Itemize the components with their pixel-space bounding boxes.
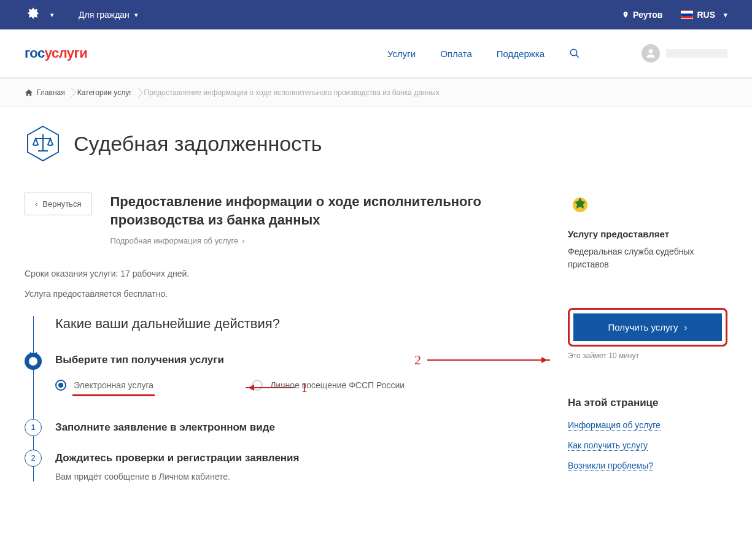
radio-electronic-label: Электронная услуга	[74, 380, 153, 390]
svg-point-2	[649, 49, 653, 53]
chevron-right-icon: ›	[684, 322, 688, 332]
service-title: Предоставление информации о ходе исполни…	[110, 193, 543, 229]
location-label: Реутов	[633, 10, 662, 20]
audience-label: Для граждан	[79, 10, 130, 20]
step-wait-sub: Вам придёт сообщение в Личном кабинете.	[55, 472, 543, 481]
category-hexagon-icon	[25, 125, 61, 162]
cta-label: Получить услугу	[608, 322, 678, 332]
svg-line-1	[576, 55, 579, 58]
service-terms: Сроки оказания услуги: 17 рабочих дней.	[25, 264, 543, 283]
location-pin-icon	[622, 10, 629, 20]
breadcrumb: Главная Категории услуг Предоставление и…	[0, 79, 752, 107]
audience-dropdown[interactable]: Для граждан ▾	[79, 10, 138, 20]
back-button-label: Вернуться	[42, 199, 81, 209]
chevron-down-icon: ▾	[50, 11, 54, 19]
radio-selected-icon	[55, 380, 66, 391]
page-header: Судебная задолженность	[25, 125, 727, 162]
flag-ru-icon	[681, 10, 693, 19]
logo-part-uslugi: услуги	[45, 45, 88, 61]
radio-visit-label: Личное посещение ФССП России	[270, 380, 405, 390]
service-cost: Услуга предоставляется бесплатно.	[25, 284, 543, 304]
top-bar: ▾ Для граждан ▾ Реутов RUS ▾	[0, 0, 752, 29]
nav-link-support[interactable]: Поддержка	[497, 48, 545, 59]
radio-electronic-service[interactable]: Электронная услуга	[55, 380, 153, 391]
step-fill-application: Заполните заявление в электронном виде	[55, 421, 543, 434]
nav-link-payment[interactable]: Оплата	[440, 48, 472, 59]
nav-link-services[interactable]: Услуги	[387, 48, 416, 59]
chevron-left-icon: ‹	[35, 199, 37, 209]
site-logo[interactable]: госуслуги	[25, 45, 87, 61]
annotation-box-2: Получить услугу ›	[568, 308, 727, 347]
step-choose-type: Выберите тип получения услуги	[55, 354, 543, 366]
back-button[interactable]: ‹ Вернуться	[25, 193, 91, 215]
provider-name: Федеральная служба судебных приставов	[568, 245, 727, 271]
chevron-down-icon: ▾	[134, 11, 138, 19]
anchor-link-info[interactable]: Информация об услуге	[568, 420, 661, 431]
language-label: RUS	[697, 10, 715, 20]
language-selector[interactable]: RUS ▾	[681, 10, 727, 20]
radio-unselected-icon	[252, 380, 263, 391]
anchor-link-problems[interactable]: Возникли проблемы?	[568, 461, 653, 471]
radio-in-person-visit[interactable]: Личное посещение ФССП России	[252, 380, 405, 391]
breadcrumb-home[interactable]: Главная	[25, 88, 77, 97]
gov-emblem-dropdown[interactable]: ▾	[25, 6, 54, 23]
user-menu[interactable]	[642, 44, 727, 63]
page-title: Судебная задолженность	[74, 132, 322, 156]
emblem-icon	[25, 6, 42, 23]
steps-timeline: Какие ваши дальнейшие действия? Выберите…	[25, 316, 543, 481]
chevron-right-icon: ›	[242, 236, 244, 245]
service-meta: Сроки оказания услуги: 17 рабочих дней. …	[25, 264, 543, 303]
breadcrumb-home-label: Главная	[37, 88, 65, 97]
provider-heading: Услугу предоставляет	[568, 229, 727, 239]
avatar-icon	[642, 44, 660, 63]
breadcrumb-current: Предоставление информации о ходе исполни…	[144, 88, 452, 97]
chevron-down-icon: ▾	[724, 11, 727, 19]
breadcrumb-categories-label: Категории услуг	[77, 88, 132, 97]
anchor-link-howto[interactable]: Как получить услугу	[568, 440, 648, 451]
logo-part-gos: гос	[25, 45, 45, 61]
user-name-redacted	[666, 49, 727, 58]
search-icon[interactable]	[569, 48, 580, 59]
svg-point-0	[570, 49, 577, 56]
timeline-bullet-1: 1	[25, 419, 42, 436]
step-wait-verification: Дождитесь проверки и регистрации заявлен…	[55, 452, 543, 464]
timeline-bullet-2: 2	[25, 450, 42, 467]
service-details-link[interactable]: Подробная информация об услуге ›	[110, 236, 244, 245]
home-icon	[25, 88, 33, 97]
nav-bar: госуслуги Услуги Оплата Поддержка	[0, 29, 752, 79]
get-service-button[interactable]: Получить услугу ›	[573, 313, 722, 341]
location-selector[interactable]: Реутов	[622, 10, 662, 20]
breadcrumb-categories[interactable]: Категории услуг	[77, 88, 144, 97]
cta-time-note: Это займет 10 минут	[568, 351, 727, 360]
annotation-underline	[72, 394, 155, 396]
provider-emblem-icon	[568, 193, 592, 217]
on-this-page-heading: На этой странице	[568, 397, 727, 409]
timeline-question: Какие ваши дальнейшие действия?	[55, 316, 543, 332]
timeline-bullet-current	[25, 353, 42, 370]
